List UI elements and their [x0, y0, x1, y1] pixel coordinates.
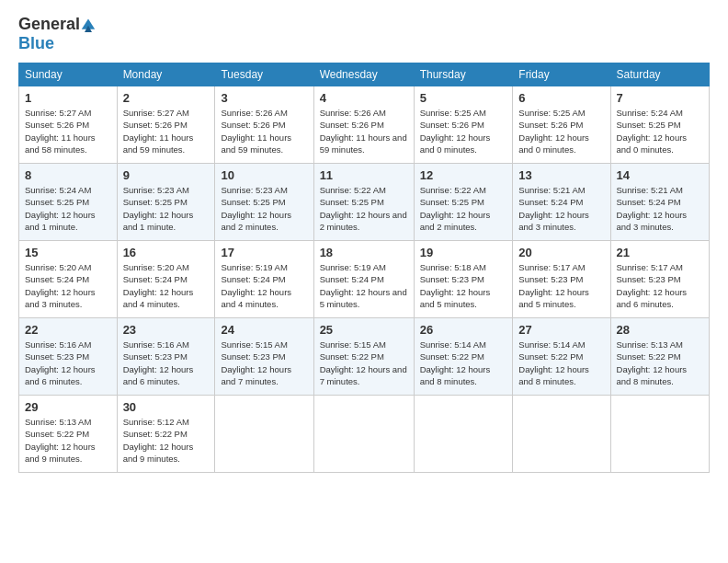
day-detail: Sunrise: 5:26 AMSunset: 5:26 PMDaylight:…	[221, 107, 307, 155]
calendar-cell: 18Sunrise: 5:19 AMSunset: 5:24 PMDayligh…	[313, 241, 414, 318]
calendar-cell	[610, 396, 709, 473]
day-number: 7	[617, 91, 703, 105]
calendar-cell: 6Sunrise: 5:25 AMSunset: 5:26 PMDaylight…	[513, 86, 610, 164]
calendar-header-row: SundayMondayTuesdayWednesdayThursdayFrid…	[19, 63, 710, 86]
day-number: 22	[25, 323, 111, 337]
calendar-cell: 28Sunrise: 5:13 AMSunset: 5:22 PMDayligh…	[610, 318, 709, 396]
day-detail: Sunrise: 5:27 AMSunset: 5:26 PMDaylight:…	[25, 107, 111, 155]
day-number: 10	[221, 168, 307, 182]
calendar-header-tuesday: Tuesday	[215, 63, 313, 86]
day-detail: Sunrise: 5:20 AMSunset: 5:24 PMDaylight:…	[25, 261, 111, 310]
calendar-cell: 24Sunrise: 5:15 AMSunset: 5:23 PMDayligh…	[215, 318, 313, 396]
logo-general-text: General	[18, 15, 80, 34]
day-detail: Sunrise: 5:17 AMSunset: 5:23 PMDaylight:…	[518, 261, 604, 310]
calendar-header-wednesday: Wednesday	[313, 63, 414, 86]
day-number: 27	[518, 323, 604, 337]
day-detail: Sunrise: 5:15 AMSunset: 5:23 PMDaylight:…	[221, 339, 307, 387]
day-number: 17	[221, 246, 307, 259]
calendar-cell: 23Sunrise: 5:16 AMSunset: 5:23 PMDayligh…	[117, 318, 215, 396]
day-number: 1	[25, 91, 111, 105]
calendar-cell: 1Sunrise: 5:27 AMSunset: 5:26 PMDaylight…	[19, 86, 118, 164]
day-detail: Sunrise: 5:22 AMSunset: 5:25 PMDaylight:…	[420, 184, 507, 233]
calendar-cell	[513, 396, 610, 473]
calendar-cell: 10Sunrise: 5:23 AMSunset: 5:25 PMDayligh…	[215, 164, 313, 241]
calendar-week-4: 22Sunrise: 5:16 AMSunset: 5:23 PMDayligh…	[19, 318, 710, 396]
calendar-week-1: 1Sunrise: 5:27 AMSunset: 5:26 PMDaylight…	[19, 86, 710, 164]
calendar-cell: 12Sunrise: 5:22 AMSunset: 5:25 PMDayligh…	[414, 164, 513, 241]
calendar-cell: 30Sunrise: 5:12 AMSunset: 5:22 PMDayligh…	[117, 396, 215, 473]
day-detail: Sunrise: 5:13 AMSunset: 5:22 PMDaylight:…	[25, 416, 111, 465]
logo-blue-text: Blue	[18, 34, 54, 52]
calendar-header-thursday: Thursday	[414, 63, 513, 86]
day-number: 11	[320, 168, 408, 182]
calendar-header-monday: Monday	[117, 63, 215, 86]
day-number: 6	[518, 91, 604, 105]
day-detail: Sunrise: 5:27 AMSunset: 5:26 PMDaylight:…	[123, 107, 210, 155]
day-detail: Sunrise: 5:24 AMSunset: 5:25 PMDaylight:…	[617, 107, 703, 155]
day-number: 23	[123, 323, 210, 337]
day-number: 26	[420, 323, 507, 337]
day-number: 25	[320, 323, 408, 337]
calendar-cell: 29Sunrise: 5:13 AMSunset: 5:22 PMDayligh…	[19, 396, 118, 473]
day-detail: Sunrise: 5:24 AMSunset: 5:25 PMDaylight:…	[25, 184, 111, 233]
calendar-cell: 16Sunrise: 5:20 AMSunset: 5:24 PMDayligh…	[117, 241, 215, 318]
calendar-week-2: 8Sunrise: 5:24 AMSunset: 5:25 PMDaylight…	[19, 164, 710, 241]
day-number: 21	[617, 246, 703, 259]
day-number: 20	[518, 246, 604, 259]
calendar-cell: 14Sunrise: 5:21 AMSunset: 5:24 PMDayligh…	[610, 164, 709, 241]
calendar-cell: 27Sunrise: 5:14 AMSunset: 5:22 PMDayligh…	[513, 318, 610, 396]
calendar-cell: 22Sunrise: 5:16 AMSunset: 5:23 PMDayligh…	[19, 318, 118, 396]
page: General Blue SundayMondayTuesdayWednesda…	[0, 0, 728, 563]
header: General Blue	[18, 15, 710, 53]
logo-text: General	[18, 15, 96, 34]
calendar-cell	[313, 396, 414, 473]
day-detail: Sunrise: 5:26 AMSunset: 5:26 PMDaylight:…	[320, 107, 408, 155]
day-number: 19	[420, 246, 507, 259]
calendar-header-sunday: Sunday	[19, 63, 118, 86]
calendar-cell: 4Sunrise: 5:26 AMSunset: 5:26 PMDaylight…	[313, 86, 414, 164]
day-number: 16	[123, 246, 210, 259]
day-number: 18	[320, 246, 408, 259]
day-detail: Sunrise: 5:17 AMSunset: 5:23 PMDaylight:…	[617, 261, 703, 310]
day-number: 15	[25, 246, 111, 259]
calendar-cell	[414, 396, 513, 473]
day-detail: Sunrise: 5:21 AMSunset: 5:24 PMDaylight:…	[518, 184, 604, 233]
day-detail: Sunrise: 5:16 AMSunset: 5:23 PMDaylight:…	[123, 339, 210, 387]
day-detail: Sunrise: 5:25 AMSunset: 5:26 PMDaylight:…	[518, 107, 604, 155]
calendar-cell: 13Sunrise: 5:21 AMSunset: 5:24 PMDayligh…	[513, 164, 610, 241]
day-number: 13	[518, 168, 604, 182]
day-number: 14	[617, 168, 703, 182]
day-detail: Sunrise: 5:14 AMSunset: 5:22 PMDaylight:…	[518, 339, 604, 387]
day-detail: Sunrise: 5:12 AMSunset: 5:22 PMDaylight:…	[123, 416, 210, 465]
day-detail: Sunrise: 5:15 AMSunset: 5:22 PMDaylight:…	[320, 339, 408, 387]
calendar-table: SundayMondayTuesdayWednesdayThursdayFrid…	[18, 63, 710, 473]
day-detail: Sunrise: 5:18 AMSunset: 5:23 PMDaylight:…	[420, 261, 507, 310]
calendar-cell: 2Sunrise: 5:27 AMSunset: 5:26 PMDaylight…	[117, 86, 215, 164]
day-detail: Sunrise: 5:20 AMSunset: 5:24 PMDaylight:…	[123, 261, 210, 310]
day-number: 8	[25, 168, 111, 182]
calendar-cell: 25Sunrise: 5:15 AMSunset: 5:22 PMDayligh…	[313, 318, 414, 396]
calendar-body: 1Sunrise: 5:27 AMSunset: 5:26 PMDaylight…	[19, 86, 710, 473]
calendar-header-friday: Friday	[513, 63, 610, 86]
day-number: 4	[320, 91, 408, 105]
calendar-week-5: 29Sunrise: 5:13 AMSunset: 5:22 PMDayligh…	[19, 396, 710, 473]
day-detail: Sunrise: 5:14 AMSunset: 5:22 PMDaylight:…	[420, 339, 507, 387]
calendar-cell: 3Sunrise: 5:26 AMSunset: 5:26 PMDaylight…	[215, 86, 313, 164]
day-detail: Sunrise: 5:21 AMSunset: 5:24 PMDaylight:…	[617, 184, 703, 233]
day-detail: Sunrise: 5:23 AMSunset: 5:25 PMDaylight:…	[123, 184, 210, 233]
calendar-cell: 20Sunrise: 5:17 AMSunset: 5:23 PMDayligh…	[513, 241, 610, 318]
day-detail: Sunrise: 5:25 AMSunset: 5:26 PMDaylight:…	[420, 107, 507, 155]
logo-icon	[81, 17, 96, 32]
day-number: 29	[25, 400, 111, 414]
day-number: 24	[221, 323, 307, 337]
calendar-cell: 9Sunrise: 5:23 AMSunset: 5:25 PMDaylight…	[117, 164, 215, 241]
calendar-cell: 26Sunrise: 5:14 AMSunset: 5:22 PMDayligh…	[414, 318, 513, 396]
calendar-cell: 15Sunrise: 5:20 AMSunset: 5:24 PMDayligh…	[19, 241, 118, 318]
day-number: 2	[123, 91, 210, 105]
calendar-cell: 21Sunrise: 5:17 AMSunset: 5:23 PMDayligh…	[610, 241, 709, 318]
day-detail: Sunrise: 5:19 AMSunset: 5:24 PMDaylight:…	[320, 261, 408, 310]
calendar-cell: 19Sunrise: 5:18 AMSunset: 5:23 PMDayligh…	[414, 241, 513, 318]
day-detail: Sunrise: 5:23 AMSunset: 5:25 PMDaylight:…	[221, 184, 307, 233]
day-detail: Sunrise: 5:22 AMSunset: 5:25 PMDaylight:…	[320, 184, 408, 233]
day-detail: Sunrise: 5:16 AMSunset: 5:23 PMDaylight:…	[25, 339, 111, 387]
